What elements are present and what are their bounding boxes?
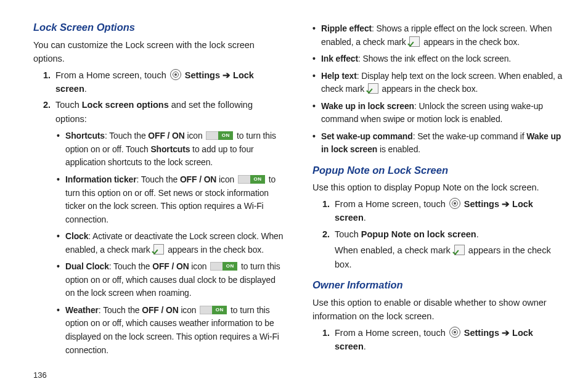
toggle-icon: ON — [206, 131, 233, 140]
label: Set wake-up command — [321, 131, 413, 141]
settings-label: Settings — [462, 328, 502, 338]
text: appears in the check box. — [380, 84, 478, 94]
label: Dual Clock — [65, 261, 109, 271]
bullet-icon: • — [57, 230, 65, 256]
bullet-icon: • — [57, 260, 65, 300]
bullet-set-wake: • Set wake-up command: Set the wake-up c… — [312, 130, 565, 157]
off-on-label: OFF / ON — [148, 131, 184, 141]
text: icon — [189, 261, 210, 271]
bullet-wake-up: • Wake up in lock screen: Unlock the scr… — [312, 100, 565, 126]
option-name: Popup Note on lock screen — [361, 229, 476, 239]
bullet-text: Dual Clock: Touch the OFF / ON icon ON t… — [65, 260, 285, 300]
on-label: ON — [223, 262, 237, 271]
settings-label: Settings — [462, 199, 502, 209]
text: appears in the check box. — [421, 37, 520, 47]
label: Clock — [65, 231, 88, 241]
label: Shortcuts — [65, 131, 105, 141]
label: Help text — [321, 71, 357, 81]
bullet-shortcuts: • Shortcuts: Touch the OFF / ON icon ON … — [33, 129, 285, 169]
step-text: From a Home screen, touch Settings ➔ Loc… — [335, 326, 565, 354]
toggle-icon: ON — [210, 262, 237, 271]
bullet-ripple: • Ripple effect: Shows a ripple effect o… — [312, 22, 565, 49]
manual-page: Lock Screen Options You can customize th… — [0, 0, 588, 392]
step-text: From a Home screen, touch Settings ➔ Loc… — [55, 68, 285, 96]
bullet-text: Shortcuts: Touch the OFF / ON icon ON to… — [65, 129, 285, 169]
arrow-icon: ➔ — [223, 70, 231, 80]
bullet-icon: • — [312, 100, 321, 126]
on-label: ON — [218, 131, 233, 140]
intro-text: You can customize the Lock screen with t… — [33, 38, 285, 66]
step-number: 1. — [312, 197, 335, 225]
bullet-text: Set wake-up command: Set the wake-up com… — [321, 130, 565, 157]
text: From a Home screen, touch — [335, 328, 448, 338]
on-label: ON — [250, 175, 265, 184]
bullet-text: Wake up in lock screen: Unlock the scree… — [321, 100, 565, 126]
heading-popup-note: Popup Note on Lock Screen — [312, 163, 565, 179]
bullet-text: Information ticker: Touch the OFF / ON i… — [65, 173, 285, 226]
step-number: 2. — [33, 98, 55, 126]
bullet-text: Weather: Touch the OFF / ON icon ON to t… — [65, 304, 285, 357]
step-number: 2. — [312, 227, 335, 271]
bullet-weather: • Weather: Touch the OFF / ON icon ON to… — [33, 304, 285, 357]
text: Touch — [55, 100, 82, 110]
bullet-icon: • — [57, 304, 65, 357]
bullet-info-ticker: • Information ticker: Touch the OFF / ON… — [33, 173, 285, 226]
text: Touch — [335, 229, 361, 239]
text: : Shows the ink effect on the lock scree… — [358, 54, 511, 63]
step-text: Touch Lock screen options and set the fo… — [55, 98, 285, 126]
step-note: When enabled, a check mark appears in th… — [335, 243, 565, 271]
option-name: Lock screen options — [82, 100, 169, 110]
settings-label: Settings — [182, 70, 223, 80]
bullet-icon: • — [57, 173, 65, 226]
checkbox-icon — [409, 36, 420, 47]
bullet-icon: • — [312, 22, 321, 49]
bullet-text: Ripple effect: Shows a ripple effect on … — [321, 22, 565, 49]
owner-step-1: 1. From a Home screen, touch Settings ➔ … — [312, 326, 565, 354]
checkbox-icon — [368, 83, 378, 94]
step-number: 1. — [312, 326, 335, 354]
page-number: 136 — [33, 370, 47, 380]
popup-step-1: 1. From a Home screen, touch Settings ➔ … — [312, 197, 565, 225]
text: : Touch the — [99, 305, 142, 315]
text: icon — [179, 305, 199, 315]
step-1: 1. From a Home screen, touch Settings ➔ … — [33, 68, 285, 96]
off-on-label: OFF / ON — [152, 261, 189, 271]
right-column: • Ripple effect: Shows a ripple effect o… — [312, 18, 565, 380]
step-text: Touch Popup Note on lock screen. When en… — [335, 227, 565, 271]
label: Weather — [65, 305, 99, 315]
settings-icon — [449, 198, 460, 209]
on-label: ON — [212, 306, 227, 314]
text: : Touch the — [137, 174, 180, 184]
label: Information ticker — [65, 174, 137, 184]
label: Ripple effect — [321, 23, 372, 33]
text: is enabled. — [377, 144, 420, 154]
bullet-text: Clock: Activate or deactivate the Lock s… — [65, 230, 285, 256]
step-2: 2. Touch Lock screen options and set the… — [33, 98, 285, 126]
off-on-label: OFF / ON — [180, 174, 216, 184]
bullet-clock: • Clock: Activate or deactivate the Lock… — [33, 230, 285, 256]
bullet-help-text: • Help text: Display help text on the lo… — [312, 70, 565, 96]
text: : Touch the — [109, 261, 152, 271]
arrow-icon: ➔ — [502, 328, 510, 338]
bullet-dual-clock: • Dual Clock: Touch the OFF / ON icon ON… — [33, 260, 285, 300]
text: : Touch the — [105, 131, 148, 141]
off-on-label: OFF / ON — [142, 305, 178, 315]
bullet-text: Ink effect: Shows the ink effect on the … — [321, 52, 565, 66]
text: : Set the wake-up command if — [413, 131, 527, 141]
heading-lock-screen-options: Lock Screen Options — [33, 20, 285, 36]
toggle-icon: ON — [200, 306, 227, 314]
label: Wake up in lock screen — [321, 101, 414, 111]
bullet-ink: • Ink effect: Shows the ink effect on th… — [312, 52, 565, 66]
heading-owner-info: Owner Information — [312, 277, 565, 293]
checkbox-icon — [454, 245, 465, 255]
bullet-icon: • — [312, 70, 321, 96]
left-column: Lock Screen Options You can customize th… — [33, 18, 285, 380]
settings-icon — [449, 327, 460, 338]
popup-intro: Use this option to display Popup Note on… — [312, 181, 565, 194]
bullet-icon: • — [57, 129, 65, 169]
label: Ink effect — [321, 54, 358, 63]
step-text: From a Home screen, touch Settings ➔ Loc… — [335, 197, 565, 225]
owner-intro: Use this option to enable or disable whe… — [312, 296, 565, 324]
bullet-icon: • — [312, 52, 321, 66]
text: icon — [185, 131, 205, 141]
